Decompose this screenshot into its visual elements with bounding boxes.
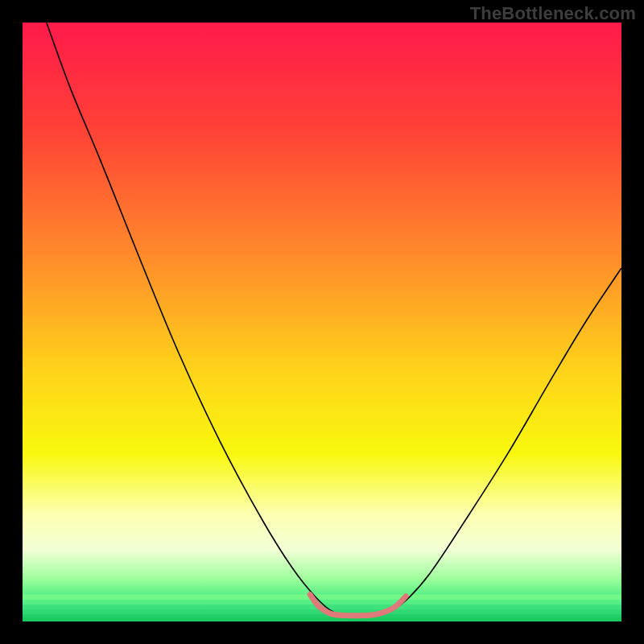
watermark-text: TheBottleneck.com: [470, 3, 636, 24]
svg-rect-5: [23, 618, 621, 622]
svg-rect-4: [23, 614, 621, 618]
bottleneck-chart: [23, 23, 621, 621]
plot-area: [23, 23, 621, 621]
chart-frame: TheBottleneck.com: [0, 0, 644, 644]
svg-rect-0: [23, 595, 621, 601]
gradient-background: [23, 23, 621, 621]
